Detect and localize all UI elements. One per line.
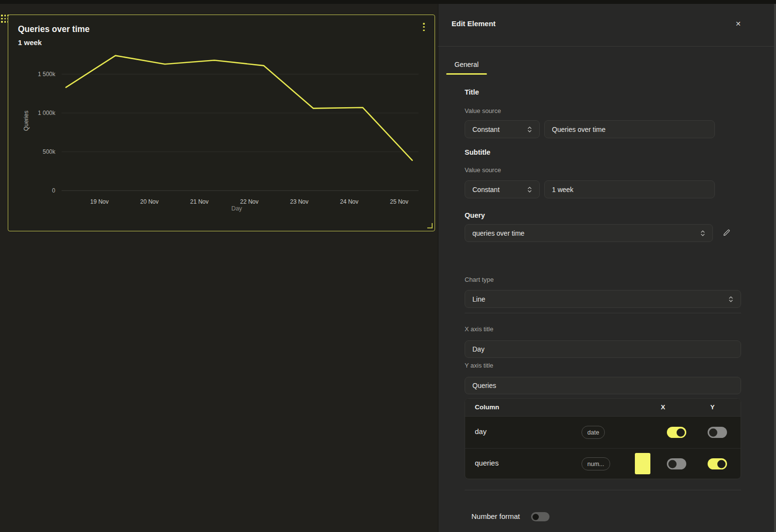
columns-table-header: Column X Y bbox=[465, 399, 741, 417]
chevron-updown-icon bbox=[700, 229, 705, 237]
svg-text:22 Nov: 22 Nov bbox=[240, 198, 259, 205]
x-axis-title-label: X axis title bbox=[465, 325, 493, 333]
resize-handle[interactable] bbox=[427, 223, 433, 228]
y-header: Y bbox=[703, 403, 722, 411]
query-select-value: queries over time bbox=[472, 229, 524, 237]
svg-text:21 Nov: 21 Nov bbox=[190, 198, 209, 205]
columns-table: Column X Y day date queries num... bbox=[465, 398, 741, 479]
x-axis-title-input[interactable]: Day bbox=[465, 340, 741, 358]
subtitle-input[interactable]: 1 week bbox=[544, 180, 715, 198]
close-icon[interactable]: ✕ bbox=[732, 18, 744, 30]
y-axis-title-value: Queries bbox=[472, 382, 496, 389]
title-source-select[interactable]: Constant bbox=[465, 120, 540, 138]
y-axis-title-label: Y axis title bbox=[465, 362, 493, 369]
tab-active-underline bbox=[446, 73, 487, 75]
edit-query-button[interactable] bbox=[720, 226, 733, 240]
query-select[interactable]: queries over time bbox=[465, 224, 713, 242]
svg-text:Day: Day bbox=[231, 205, 242, 212]
tab-general[interactable]: General bbox=[446, 56, 487, 73]
table-row-queries: queries num... bbox=[465, 448, 741, 479]
svg-text:19 Nov: 19 Nov bbox=[90, 198, 109, 205]
chevron-updown-icon bbox=[527, 126, 532, 133]
svg-text:23 Nov: 23 Nov bbox=[290, 198, 308, 205]
x-toggle-queries[interactable] bbox=[667, 458, 686, 469]
subtitle-source-value: Constant bbox=[472, 186, 500, 193]
number-format-toggle[interactable] bbox=[531, 512, 550, 521]
x-header: X bbox=[653, 403, 673, 411]
section-divider bbox=[465, 490, 741, 490]
svg-text:20 Nov: 20 Nov bbox=[140, 198, 159, 205]
chevron-updown-icon bbox=[728, 295, 733, 303]
svg-text:25 Nov: 25 Nov bbox=[390, 198, 408, 205]
y-toggle-queries[interactable] bbox=[708, 458, 727, 469]
panel-title: Edit Element bbox=[452, 19, 496, 28]
chart-type-value: Line bbox=[472, 295, 485, 303]
window-top-edge bbox=[0, 0, 776, 4]
subtitle-input-value: 1 week bbox=[552, 186, 573, 193]
chevron-updown-icon bbox=[527, 186, 532, 193]
column-name: day bbox=[475, 427, 486, 435]
column-name: queries bbox=[475, 459, 499, 467]
chart-type-select[interactable]: Line bbox=[465, 290, 741, 308]
title-value-source-label: Value source bbox=[465, 107, 501, 114]
type-badge: date bbox=[582, 426, 605, 439]
subtitle-value-source-label: Value source bbox=[465, 166, 501, 174]
y-toggle-day[interactable] bbox=[708, 427, 727, 438]
section-divider bbox=[465, 313, 741, 313]
header-divider bbox=[438, 46, 776, 47]
subtitle-section-heading: Subtitle bbox=[465, 148, 490, 156]
title-section-heading: Title bbox=[465, 88, 479, 96]
svg-text:Queries: Queries bbox=[23, 111, 30, 131]
title-source-value: Constant bbox=[472, 126, 500, 133]
svg-text:0: 0 bbox=[52, 187, 55, 194]
chart-type-label: Chart type bbox=[465, 276, 494, 283]
svg-text:1 500k: 1 500k bbox=[38, 71, 56, 78]
app-window: Queries over time 1 week 1 500k1 000k500… bbox=[0, 0, 776, 532]
scrollbar[interactable] bbox=[774, 4, 776, 532]
subtitle-source-select[interactable]: Constant bbox=[465, 180, 540, 198]
type-badge: num... bbox=[582, 457, 610, 470]
pencil-icon bbox=[723, 229, 730, 237]
svg-text:500k: 500k bbox=[43, 148, 56, 155]
series-color-swatch[interactable] bbox=[635, 453, 650, 474]
number-format-label: Number format bbox=[471, 512, 520, 520]
line-chart: 1 500k1 000k500k019 Nov20 Nov21 Nov22 No… bbox=[8, 15, 436, 232]
column-header: Column bbox=[475, 403, 499, 411]
y-axis-title-input[interactable]: Queries bbox=[465, 377, 741, 394]
svg-text:24 Nov: 24 Nov bbox=[340, 198, 358, 205]
x-toggle-day[interactable] bbox=[667, 427, 686, 438]
svg-text:1 000k: 1 000k bbox=[38, 110, 56, 116]
title-input-value: Queries over time bbox=[552, 126, 605, 133]
x-axis-title-value: Day bbox=[472, 345, 485, 353]
query-section-heading: Query bbox=[465, 211, 485, 219]
table-row-day: day date bbox=[465, 416, 741, 449]
chart-card[interactable]: Queries over time 1 week 1 500k1 000k500… bbox=[8, 15, 435, 231]
title-input[interactable]: Queries over time bbox=[544, 120, 715, 138]
